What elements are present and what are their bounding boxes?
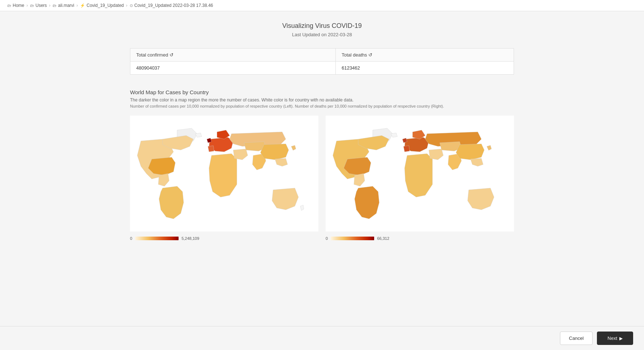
legend-min-right: 0 bbox=[326, 236, 328, 241]
stats-table: Total confirmed ↺ Total deaths ↺ 4809040… bbox=[130, 48, 514, 75]
svg-rect-0 bbox=[135, 237, 179, 240]
col-confirmed: Total confirmed ↺ bbox=[130, 49, 336, 62]
confirmed-value: 480904037 bbox=[130, 62, 336, 75]
map-desc2: Number of confirmed cases per 10,000 nor… bbox=[130, 104, 514, 108]
folder-icon: 🗁 bbox=[30, 3, 34, 8]
legend-gradient-right bbox=[331, 237, 374, 240]
breadcrumb-users[interactable]: 🗁 Users bbox=[30, 3, 47, 8]
svg-rect-1 bbox=[331, 237, 374, 240]
page-title: Visualizing Virus COVID-19 bbox=[130, 22, 514, 30]
breadcrumb-ali-marvi[interactable]: 🗁 ali.marvi bbox=[53, 3, 74, 8]
file-icon: ⚡ bbox=[80, 3, 85, 8]
breadcrumb-covid-version[interactable]: ⊙ Covid_19_Updated 2022-03-28 17.38.46 bbox=[130, 3, 213, 8]
legend-max-right: 66,312 bbox=[377, 236, 389, 241]
breadcrumb-covid-file[interactable]: ⚡ Covid_19_Updated bbox=[80, 3, 124, 8]
right-world-map bbox=[326, 116, 514, 232]
legend-max-left: 5,248,109 bbox=[181, 236, 199, 241]
col-deaths: Total deaths ↺ bbox=[336, 49, 514, 62]
main-content: Visualizing Virus COVID-19 Last Updated … bbox=[123, 11, 521, 284]
legend-gradient-left bbox=[135, 237, 179, 240]
map-desc1: The darker the color in a map region the… bbox=[130, 97, 514, 103]
stats-row: 480904037 6123462 bbox=[130, 62, 514, 75]
breadcrumb-home[interactable]: 🗁 Home bbox=[7, 3, 24, 8]
maps-container: 0 5,248,109 bbox=[130, 116, 514, 241]
right-map-legend: 0 66,312 bbox=[326, 236, 514, 241]
legend-min-left: 0 bbox=[130, 236, 132, 241]
map-section: World Map for Cases by Country The darke… bbox=[130, 89, 514, 241]
page-subtitle: Last Updated on 2022-03-28 bbox=[130, 32, 514, 37]
breadcrumb: 🗁 Home › 🗁 Users › 🗁 ali.marvi › ⚡ Covid… bbox=[0, 0, 644, 11]
clock-icon: ⊙ bbox=[130, 3, 133, 8]
left-map-panel: 0 5,248,109 bbox=[130, 116, 318, 241]
left-map-legend: 0 5,248,109 bbox=[130, 236, 318, 241]
right-map-panel: 0 66,312 bbox=[326, 116, 514, 241]
folder-icon: 🗁 bbox=[7, 3, 11, 8]
folder-icon: 🗁 bbox=[53, 3, 57, 8]
map-section-title: World Map for Cases by Country bbox=[130, 89, 514, 95]
left-world-map bbox=[130, 116, 318, 232]
deaths-value: 6123462 bbox=[336, 62, 514, 75]
